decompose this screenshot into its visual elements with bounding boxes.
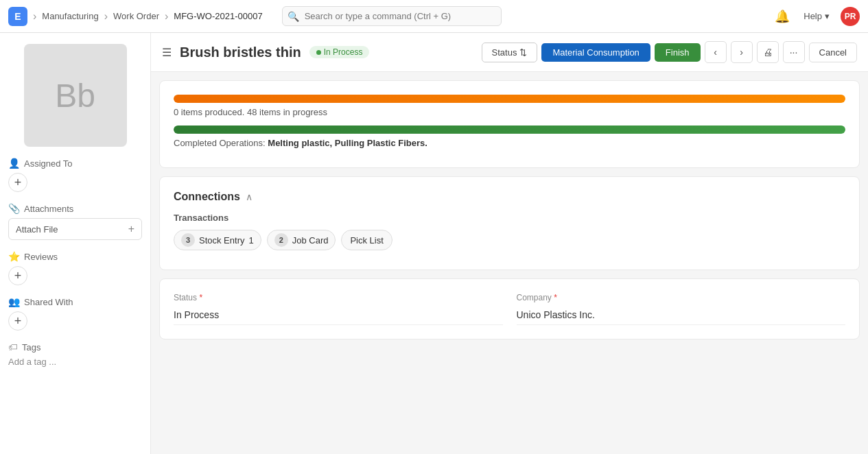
status-badge-text: In Process	[324, 47, 363, 57]
progress-bar-green-fill	[174, 126, 845, 134]
page-title: Brush bristles thin	[180, 45, 301, 60]
stock-entry-chip[interactable]: 3 Stock Entry 1	[174, 230, 261, 250]
status-grid: Status * In Process Company * Unico Plas…	[174, 293, 845, 325]
status-field-value: In Process	[174, 305, 503, 325]
job-card-label: Job Card	[292, 235, 329, 246]
connections-card: Connections ∧ Transactions 3 Stock Entry…	[159, 176, 860, 270]
attach-file-button[interactable]: Attach File +	[8, 218, 142, 240]
assigned-to-section: 👤 Assigned To +	[8, 158, 142, 192]
status-company-card: Status * In Process Company * Unico Plas…	[159, 278, 860, 339]
attachments-label: Attachments	[24, 204, 73, 214]
reviews-label: Reviews	[24, 252, 58, 262]
user-avatar[interactable]: PR	[841, 7, 860, 26]
stock-entry-label: Stock Entry	[199, 235, 244, 246]
app-logo[interactable]: E	[8, 7, 27, 26]
assigned-to-label-row: 👤 Assigned To	[8, 158, 142, 169]
connections-header: Connections ∧	[174, 191, 845, 203]
completed-operations-text: Completed Operations: Melting plastic, P…	[174, 138, 845, 148]
assigned-to-label: Assigned To	[24, 158, 73, 169]
hamburger-icon[interactable]: ☰	[162, 46, 172, 59]
attachments-icon: 📎	[8, 203, 20, 214]
connections-title: Connections	[174, 191, 240, 203]
progress-section-green: Completed Operations: Melting plastic, P…	[174, 126, 845, 148]
status-button[interactable]: Status ⇅	[482, 43, 538, 62]
status-dot	[316, 50, 321, 55]
progress-section-orange: 0 items produced. 48 items in progress	[174, 95, 845, 117]
tags-icon: 🏷	[8, 342, 18, 353]
add-tag-link[interactable]: Add a tag ...	[8, 357, 142, 367]
status-button-label: Status	[492, 47, 517, 58]
reviews-add-button[interactable]: +	[8, 266, 27, 285]
tags-label-row: 🏷 Tags	[8, 342, 142, 353]
reviews-icon: ⭐	[8, 251, 20, 262]
progress-bar-orange-fill	[174, 95, 845, 103]
more-options-button[interactable]: ···	[783, 41, 805, 63]
shared-with-icon: 👥	[8, 296, 20, 307]
shared-with-add-button[interactable]: +	[8, 311, 27, 331]
assigned-to-add-button[interactable]: +	[8, 173, 27, 192]
completed-ops-values: Melting plastic, Pulling Plastic Fibers.	[268, 138, 427, 148]
finish-button[interactable]: Finish	[655, 43, 701, 62]
shared-with-label: Shared With	[24, 297, 73, 307]
stock-entry-count: 1	[248, 235, 253, 246]
material-consumption-button[interactable]: Material Consumption	[541, 43, 650, 62]
help-button[interactable]: Help ▾	[798, 8, 835, 24]
help-chevron-icon: ▾	[825, 11, 830, 21]
reviews-label-row: ⭐ Reviews	[8, 251, 142, 262]
company-required: *	[554, 293, 557, 302]
breadcrumb-manufacturing[interactable]: Manufacturing	[42, 11, 98, 21]
job-card-chip[interactable]: 2 Job Card	[267, 230, 336, 250]
attach-plus-icon: +	[128, 223, 134, 235]
shared-with-label-row: 👥 Shared With	[8, 296, 142, 307]
attachments-label-row: 📎 Attachments	[8, 203, 142, 214]
status-field-label: Status *	[174, 293, 503, 302]
tags-section: 🏷 Tags Add a tag ...	[8, 342, 142, 367]
header-actions: Status ⇅ Material Consumption Finish ‹ ›…	[482, 41, 857, 63]
cancel-button[interactable]: Cancel	[809, 43, 857, 62]
search-input[interactable]	[282, 6, 502, 26]
progress-bar-green-track	[174, 126, 845, 134]
assigned-to-icon: 👤	[8, 158, 20, 169]
breadcrumb-sep-3: ›	[165, 10, 168, 23]
shared-with-section: 👥 Shared With +	[8, 296, 142, 331]
status-chevron-icon: ⇅	[519, 47, 527, 58]
next-button[interactable]: ›	[731, 41, 753, 63]
prev-button[interactable]: ‹	[705, 41, 727, 63]
status-field: Status * In Process	[174, 293, 503, 325]
content-area: ☰ Brush bristles thin In Process Status …	[151, 33, 868, 454]
main-layout: Bb 👤 Assigned To + 📎 Attachments Attach …	[0, 33, 868, 454]
page-header: ☰ Brush bristles thin In Process Status …	[151, 33, 868, 72]
top-nav: E › Manufacturing › Work Order › MFG-WO-…	[0, 0, 868, 33]
transactions-label: Transactions	[174, 213, 845, 223]
attachments-section: 📎 Attachments Attach File +	[8, 203, 142, 240]
help-label: Help	[804, 11, 822, 21]
status-badge: In Process	[309, 46, 370, 58]
stock-entry-num: 3	[181, 233, 195, 247]
print-button[interactable]: 🖨	[757, 41, 779, 63]
collapse-icon[interactable]: ∧	[246, 191, 253, 202]
reviews-section: ⭐ Reviews +	[8, 251, 142, 285]
breadcrumb-sep-2: ›	[104, 10, 108, 23]
avatar-text: Bb	[55, 77, 95, 115]
pick-list-button[interactable]: Pick List	[341, 230, 392, 250]
company-field-label: Company *	[517, 293, 846, 302]
notification-bell-icon[interactable]: 🔔	[772, 6, 793, 27]
breadcrumb-sep-1: ›	[33, 10, 36, 23]
items-progress-text: 0 items produced. 48 items in progress	[174, 107, 845, 117]
job-card-num: 2	[274, 233, 288, 247]
transactions-row: 3 Stock Entry 1 2 Job Card Pick List	[174, 230, 845, 250]
progress-bar-orange-track	[174, 95, 845, 103]
avatar: Bb	[24, 44, 127, 147]
progress-card: 0 items produced. 48 items in progress C…	[159, 80, 860, 168]
breadcrumb-work-order[interactable]: Work Order	[113, 11, 159, 21]
search-icon: 🔍	[288, 11, 299, 22]
sidebar: Bb 👤 Assigned To + 📎 Attachments Attach …	[0, 33, 151, 454]
tags-label: Tags	[22, 342, 40, 353]
company-field: Company * Unico Plastics Inc.	[517, 293, 846, 325]
attach-file-label: Attach File	[16, 224, 58, 235]
search-container: 🔍	[282, 6, 767, 26]
breadcrumb-current: MFG-WO-2021-00007	[174, 11, 262, 21]
company-field-value: Unico Plastics Inc.	[517, 305, 846, 325]
completed-ops-prefix: Completed Operations:	[174, 138, 266, 148]
status-required: *	[199, 293, 202, 302]
